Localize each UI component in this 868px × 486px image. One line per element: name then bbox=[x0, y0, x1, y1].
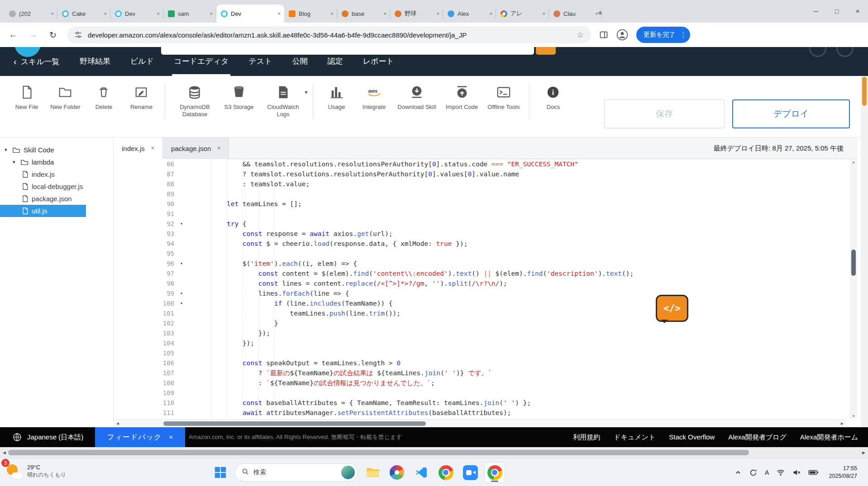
footer-link[interactable]: ドキュメント bbox=[614, 433, 655, 442]
chrome-update-button[interactable]: 更新を完了 ⋮ bbox=[636, 27, 690, 43]
tab-close-icon[interactable]: × bbox=[104, 11, 107, 16]
editor-tab[interactable]: package.json× bbox=[163, 137, 229, 159]
code-line[interactable]: 101 teamLines.push(line.trim()); bbox=[114, 308, 850, 318]
rename-button[interactable]: Rename bbox=[127, 83, 155, 111]
footer-link[interactable]: Alexa開発者ブログ bbox=[728, 433, 787, 442]
browser-tab[interactable]: Alex× bbox=[443, 5, 496, 23]
code-line[interactable]: 89 bbox=[114, 189, 850, 199]
code-line[interactable]: 93 const response = await axios.get(url)… bbox=[114, 229, 850, 239]
tab-close-icon[interactable]: × bbox=[151, 145, 154, 151]
tab-close-icon[interactable]: × bbox=[278, 11, 281, 16]
caret-down-icon[interactable]: ▾ bbox=[5, 147, 9, 153]
feedback-button[interactable]: フィードバック × bbox=[95, 427, 185, 447]
nav-back-skill-list[interactable]: ‹ スキル一覧 bbox=[14, 57, 60, 67]
ime-indicator[interactable]: A bbox=[765, 469, 769, 476]
address-bar[interactable]: developer.amazon.com/alexa/console/ask/e… bbox=[67, 26, 591, 43]
code-line[interactable]: 97 const content = $(elem).find('content… bbox=[114, 269, 850, 278]
tray-sync-icon[interactable] bbox=[749, 469, 757, 477]
taskbar-app-chrome[interactable] bbox=[436, 462, 456, 482]
file-item[interactable]: index.js bbox=[0, 168, 113, 180]
console-nav-item[interactable]: コードエディタ bbox=[174, 47, 229, 76]
taskbar-clock[interactable]: 17:55 2025/08/27 bbox=[829, 465, 857, 480]
tab-close-icon[interactable]: × bbox=[543, 11, 545, 16]
scroll-up-icon[interactable]: ▲ bbox=[850, 160, 857, 164]
weather-widget[interactable]: 3 29°C 晴れのちくもり bbox=[5, 462, 66, 480]
dropdown-caret-icon[interactable]: ▾ bbox=[305, 89, 307, 95]
editor-tab[interactable]: index.js× bbox=[114, 137, 163, 159]
file-item[interactable]: local-debugger.js bbox=[0, 180, 113, 193]
s3-storage-button[interactable]: S3 Storage bbox=[224, 83, 253, 111]
editor-horizontal-scrollbar[interactable]: ◄ ► bbox=[114, 419, 846, 427]
tab-close-icon[interactable]: × bbox=[51, 11, 54, 16]
taskbar-app-zoom[interactable] bbox=[460, 462, 480, 482]
chrome-menu-icon[interactable]: ⋮ bbox=[680, 31, 687, 39]
save-button[interactable]: 保存 bbox=[604, 99, 725, 128]
scrollbar-thumb[interactable] bbox=[862, 77, 867, 106]
code-line[interactable]: 106 const speakOutput = teamLines.length… bbox=[114, 358, 850, 368]
close-icon[interactable]: × bbox=[169, 434, 173, 441]
new-tab-button[interactable]: + bbox=[594, 7, 606, 19]
scroll-left-icon[interactable]: ◄ bbox=[115, 421, 120, 426]
battery-icon[interactable] bbox=[808, 470, 818, 475]
scroll-left-icon[interactable]: ◄ bbox=[2, 450, 7, 455]
scrollbar-thumb[interactable] bbox=[163, 421, 426, 426]
scroll-right-icon[interactable]: ► bbox=[861, 450, 866, 455]
browser-tab[interactable]: Blog× bbox=[284, 5, 337, 23]
search-daily-image[interactable] bbox=[341, 466, 355, 479]
code-line[interactable]: 110 const baseballAttributes = { TeamNam… bbox=[114, 398, 850, 408]
tray-chevron-up-icon[interactable] bbox=[734, 469, 742, 476]
footer-link[interactable]: 利用規約 bbox=[573, 433, 600, 442]
taskbar-app-chrome-active[interactable] bbox=[485, 462, 505, 482]
code-line[interactable]: 102 } bbox=[114, 318, 850, 328]
side-panel-icon[interactable] bbox=[599, 30, 608, 39]
close-button[interactable]: × bbox=[847, 0, 868, 23]
code-line[interactable]: 87 ? teamslot.resolutions.resolutionsPer… bbox=[114, 169, 850, 179]
caret-down-icon[interactable]: ▾ bbox=[13, 159, 17, 165]
download-skill-button[interactable]: Download Skill bbox=[398, 83, 436, 111]
browser-tab[interactable]: Dev× bbox=[216, 5, 284, 23]
new-file-button[interactable]: New File bbox=[13, 83, 41, 111]
language-selector[interactable]: Japanese (日本語) bbox=[27, 433, 83, 442]
scroll-down-icon[interactable]: ▼ bbox=[850, 414, 857, 418]
dynamodb-database-button[interactable]: DynamoDB Database bbox=[175, 83, 215, 118]
tab-close-icon[interactable]: × bbox=[437, 11, 439, 16]
reload-button[interactable]: ↻ bbox=[47, 30, 59, 40]
fold-caret-icon[interactable]: ▾ bbox=[177, 288, 186, 298]
code-line[interactable]: 111 await attributesManager.setPersisten… bbox=[114, 408, 850, 418]
wifi-icon[interactable] bbox=[777, 468, 785, 477]
tab-close-icon[interactable]: × bbox=[331, 11, 334, 16]
scrollbar-thumb[interactable] bbox=[851, 250, 856, 276]
delete-button[interactable]: Delete bbox=[90, 83, 118, 111]
console-nav-item[interactable]: 野球結果 bbox=[80, 47, 110, 76]
back-button[interactable]: ← bbox=[7, 30, 19, 40]
lambda-folder[interactable]: ▾ lambda bbox=[0, 156, 113, 168]
console-nav-item[interactable]: レポート bbox=[363, 47, 394, 76]
code-line[interactable]: 95 bbox=[114, 249, 850, 259]
forward-button[interactable]: → bbox=[27, 30, 39, 40]
code-line[interactable]: 108 : `${TeamName}の試合情報は見つかりませんでした。`; bbox=[114, 378, 850, 388]
tab-close-icon[interactable]: × bbox=[157, 11, 160, 16]
code-line[interactable]: 109 bbox=[114, 388, 850, 398]
code-line[interactable]: 92▾ try { bbox=[114, 219, 850, 229]
bookmark-star-icon[interactable]: ☆ bbox=[577, 30, 584, 40]
code-line[interactable]: 104 }); bbox=[114, 338, 850, 348]
file-item[interactable]: package.json bbox=[0, 193, 113, 205]
scroll-right-icon[interactable]: ► bbox=[840, 421, 844, 426]
code-line[interactable]: 100▾ if (line.includes(TeamName)) { bbox=[114, 298, 850, 308]
code-line[interactable]: 107 ? `最新の${TeamName}の試合結果は ${teamLines.… bbox=[114, 368, 850, 378]
file-item[interactable]: util.js bbox=[0, 205, 86, 217]
code-line[interactable]: 103 }); bbox=[114, 328, 850, 338]
new-folder-button[interactable]: New Folder bbox=[50, 83, 80, 111]
tab-close-icon[interactable]: × bbox=[384, 11, 386, 16]
code-line[interactable]: 105 bbox=[114, 348, 850, 358]
console-nav-item[interactable]: テスト bbox=[248, 47, 272, 76]
code-line[interactable]: 98 const lines = content.replace(/<[^>]*… bbox=[114, 278, 850, 288]
tab-close-icon[interactable]: × bbox=[210, 11, 213, 16]
browser-tab[interactable]: アレ× bbox=[496, 5, 549, 23]
taskbar-app-photos[interactable] bbox=[387, 462, 407, 482]
browser-tab[interactable]: (202× bbox=[5, 5, 57, 23]
maximize-button[interactable]: □ bbox=[826, 0, 847, 23]
site-settings-icon[interactable] bbox=[74, 31, 82, 39]
fold-caret-icon[interactable]: ▾ bbox=[177, 298, 186, 308]
code-line[interactable]: 99▾ lines.forEach(line => { bbox=[114, 288, 850, 298]
